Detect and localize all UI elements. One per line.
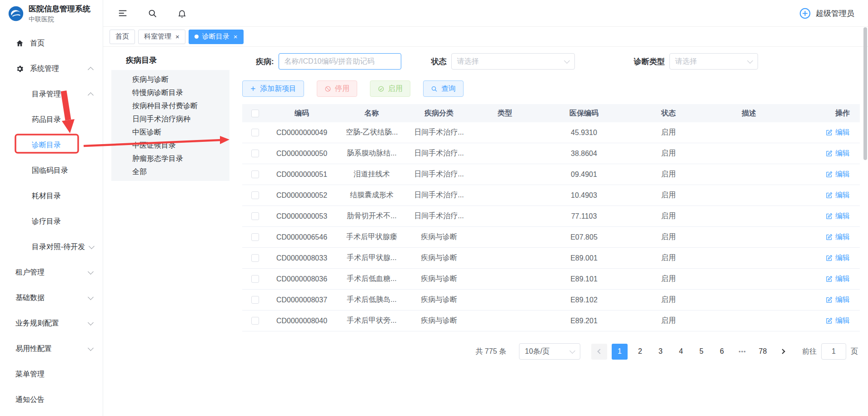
sidebar-item-business-rules[interactable]: 业务规则配置 (0, 311, 103, 336)
page-button-last[interactable]: 78 (755, 344, 771, 360)
edit-icon (826, 234, 833, 241)
sidebar-item-tenant-mgmt[interactable]: 租户管理 (0, 260, 103, 285)
sidebar-item-notice-mgmt[interactable]: 通知公告 (0, 387, 103, 412)
row-checkbox[interactable] (251, 150, 259, 157)
row-checkbox[interactable] (251, 212, 259, 220)
sidebar-item-treatment-catalog[interactable]: 诊疗目录 (0, 209, 103, 234)
page-button-4[interactable]: 4 (673, 344, 689, 360)
table-row[interactable]: CD0000006546 手术后甲状腺瘘 疾病与诊断 E07.805 启用 编辑 (242, 227, 860, 248)
edit-button[interactable]: 编辑 (826, 316, 850, 326)
tab-home[interactable]: 首页 (110, 30, 135, 44)
sidebar-item-catalog-compare[interactable]: 目录对照-待开发 (0, 234, 103, 260)
enable-button[interactable]: 启用 (370, 80, 410, 97)
edit-button[interactable]: 编辑 (826, 274, 850, 284)
catalog-item-all[interactable]: 全部 (111, 165, 229, 178)
next-page-button[interactable] (775, 344, 791, 360)
sidebar-item-national-code-catalog[interactable]: 国临码目录 (0, 158, 103, 183)
edit-button[interactable]: 编辑 (826, 295, 850, 305)
edit-button[interactable]: 编辑 (826, 211, 850, 221)
edit-button[interactable]: 编辑 (826, 253, 850, 263)
goto-label: 前往 (802, 347, 817, 356)
header-type: 类型 (470, 109, 539, 118)
edit-label: 编辑 (835, 211, 850, 221)
user-menu[interactable]: 超级管理员 (799, 7, 854, 20)
header-category: 疾病分类 (408, 109, 470, 118)
vertical-scrollbar-thumb[interactable] (863, 27, 867, 160)
page-button-1[interactable]: 1 (612, 344, 628, 360)
edit-button[interactable]: 编辑 (826, 190, 850, 200)
edit-button[interactable]: 编辑 (826, 128, 850, 137)
table-row[interactable]: CD0000000053 肋骨切开术不... 日间手术治疗... 77.1103… (242, 206, 860, 227)
catalog-item-tcm-diagnosis[interactable]: 中医诊断 (111, 125, 229, 139)
edit-button[interactable]: 编辑 (826, 170, 850, 179)
sidebar-item-label: 诊疗目录 (32, 217, 61, 226)
table-row[interactable]: CD0000000049 空肠-乙状结肠... 日间手术治疗... 45.931… (242, 122, 860, 143)
disable-button[interactable]: 停用 (317, 80, 357, 97)
row-checkbox[interactable] (251, 191, 259, 199)
more-pages-button[interactable]: ••• (734, 344, 750, 360)
edit-button[interactable]: 编辑 (826, 232, 850, 242)
table-row[interactable]: CD0000008040 手术后甲状旁... 疾病与诊断 E89.201 启用 … (242, 311, 860, 331)
sidebar-item-label: 菜单管理 (15, 370, 45, 379)
catalog-item-chronic[interactable]: 特慢病诊断目录 (111, 86, 229, 99)
edit-button[interactable]: 编辑 (826, 149, 850, 158)
query-button[interactable]: 查询 (423, 80, 464, 97)
table-row[interactable]: CD0000000051 泪道挂线术 日间手术治疗... 09.4901 启用 … (242, 164, 860, 185)
cell-insurance-code: 45.9310 (539, 129, 629, 137)
goto-page-input[interactable] (821, 343, 846, 360)
sidebar-item-label: 租户管理 (15, 268, 45, 277)
sidebar-item-usability-config[interactable]: 易用性配置 (0, 336, 103, 361)
menu-fold-icon[interactable] (118, 8, 128, 18)
row-checkbox[interactable] (251, 233, 259, 241)
page-button-6[interactable]: 6 (714, 344, 730, 360)
sidebar-item-system-mgmt[interactable]: 系统管理 (0, 56, 103, 81)
page-button-2[interactable]: 2 (632, 344, 648, 360)
diagnosis-type-select[interactable]: 请选择 (669, 53, 758, 70)
cell-name: 结膜囊成形术 (336, 190, 408, 200)
sidebar-item-base-data[interactable]: 基础数据 (0, 285, 103, 311)
diagnosis-type-select-placeholder: 请选择 (675, 57, 697, 66)
table-row[interactable]: CD0000000050 肠系膜动脉结... 日间手术治疗... 38.8604… (242, 143, 860, 164)
sidebar-item-diagnosis-catalog[interactable]: 诊断目录 (0, 132, 103, 158)
sidebar-item-home[interactable]: 首页 (0, 30, 103, 56)
catalog-item-pay-by-disease[interactable]: 按病种目录付费诊断 (111, 99, 229, 112)
sidebar-item-menu-mgmt[interactable]: 菜单管理 (0, 361, 103, 387)
catalog-item-tcm-syndrome[interactable]: 中医证候目录 (111, 139, 229, 152)
tab-label: 诊断目录 (202, 32, 229, 41)
table-row[interactable]: CD0000008037 手术后低胰岛... 疾病与诊断 E89.102 启用 … (242, 290, 860, 311)
catalog-item-disease-diagnosis[interactable]: 疾病与诊断 (111, 73, 229, 86)
row-checkbox[interactable] (251, 129, 259, 136)
tab-label: 科室管理 (144, 32, 171, 41)
sidebar-item-catalog-mgmt[interactable]: 目录管理 (0, 81, 103, 107)
status-select[interactable]: 请选择 (451, 53, 575, 70)
page-button-3[interactable]: 3 (653, 344, 668, 360)
disease-search-input[interactable] (279, 53, 401, 70)
tab-diagnosis-catalog[interactable]: 诊断目录 (189, 30, 244, 44)
catalog-item-tumor-morphology[interactable]: 肿瘤形态学目录 (111, 152, 229, 165)
sidebar-item-consumable-catalog[interactable]: 耗材目录 (0, 183, 103, 209)
sidebar-item-label: 目录对照-待开发 (32, 242, 85, 252)
close-icon[interactable] (175, 33, 180, 40)
page-size-select[interactable]: 10条/页 (519, 343, 580, 360)
page-button-5[interactable]: 5 (693, 344, 709, 360)
prev-page-button[interactable] (591, 344, 607, 360)
cell-status: 启用 (629, 232, 708, 242)
sidebar-item-drug-catalog[interactable]: 药品目录 (0, 107, 103, 132)
row-checkbox[interactable] (251, 296, 259, 304)
catalog-item-day-surgery[interactable]: 日间手术治疗病种 (111, 112, 229, 125)
content-area: 疾病目录 疾病与诊断 特慢病诊断目录 按病种目录付费诊断 日间手术治疗病种 中医… (103, 47, 868, 416)
row-checkbox[interactable] (251, 254, 259, 262)
select-all-checkbox[interactable] (251, 110, 259, 117)
close-icon[interactable] (234, 33, 238, 40)
row-checkbox[interactable] (251, 275, 259, 283)
cell-status: 启用 (629, 295, 708, 305)
bell-icon[interactable] (177, 9, 187, 18)
add-item-button[interactable]: 添加新项目 (242, 80, 304, 97)
table-row[interactable]: CD0000000052 结膜囊成形术 日间手术治疗... 10.4903 启用… (242, 185, 860, 206)
table-row[interactable]: CD0000008036 手术后低血糖... 疾病与诊断 E89.101 启用 … (242, 269, 860, 290)
row-checkbox[interactable] (251, 317, 259, 325)
search-icon[interactable] (148, 9, 157, 18)
row-checkbox[interactable] (251, 170, 259, 178)
table-row[interactable]: CD0000008033 手术后甲状腺... 疾病与诊断 E89.001 启用 … (242, 248, 860, 269)
tab-department-mgmt[interactable]: 科室管理 (138, 30, 185, 44)
